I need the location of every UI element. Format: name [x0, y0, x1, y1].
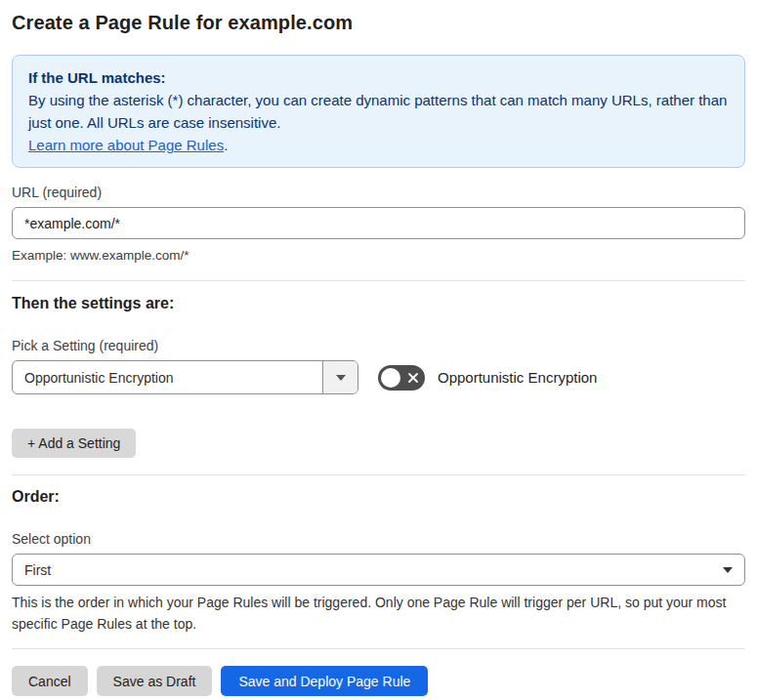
pick-setting-label: Pick a Setting (required) — [12, 338, 745, 353]
page-title: Create a Page Rule for example.com — [12, 12, 745, 34]
page-rule-form: Create a Page Rule for example.com If th… — [0, 12, 757, 696]
order-section-heading: Order: — [12, 488, 745, 506]
order-select-label: Select option — [12, 531, 745, 547]
setting-row: Opportunistic Encryption Opportunistic E… — [12, 360, 745, 394]
learn-more-link[interactable]: Learn more about Page Rules — [28, 137, 224, 153]
url-example-hint: Example: www.example.com/* — [12, 245, 745, 266]
toggle-knob — [381, 368, 400, 388]
info-box-heading: If the URL matches: — [28, 66, 729, 89]
info-box-link-line: Learn more about Page Rules. — [28, 134, 729, 156]
toggle-off-x-icon — [407, 372, 419, 384]
divider — [12, 280, 745, 281]
link-suffix: . — [224, 137, 228, 153]
cancel-button[interactable]: Cancel — [12, 666, 88, 696]
toggle-setting-label: Opportunistic Encryption — [438, 369, 597, 386]
info-box-body: By using the asterisk (*) character, you… — [28, 89, 729, 134]
url-input[interactable] — [12, 207, 745, 239]
save-and-deploy-button[interactable]: Save and Deploy Page Rule — [221, 666, 428, 696]
save-as-draft-button[interactable]: Save as Draft — [97, 666, 213, 696]
chevron-down-icon — [336, 375, 346, 381]
opportunistic-encryption-toggle[interactable] — [378, 365, 425, 391]
settings-section-heading: Then the settings are: — [12, 295, 745, 312]
chevron-down-icon — [723, 567, 733, 573]
order-select-value: First — [24, 562, 51, 578]
divider — [12, 648, 745, 649]
add-setting-button[interactable]: + Add a Setting — [12, 429, 136, 458]
url-matches-info-box: If the URL matches: By using the asteris… — [12, 55, 745, 168]
footer-actions: Cancel Save as Draft Save and Deploy Pag… — [12, 666, 745, 696]
setting-select[interactable]: Opportunistic Encryption — [12, 360, 358, 394]
setting-select-value: Opportunistic Encryption — [13, 361, 322, 393]
setting-select-dropdown-button[interactable] — [322, 361, 357, 393]
order-select[interactable]: First — [12, 554, 745, 586]
order-hint: This is the order in which your Page Rul… — [12, 592, 739, 635]
divider — [12, 474, 745, 475]
url-field-label: URL (required) — [12, 185, 745, 200]
